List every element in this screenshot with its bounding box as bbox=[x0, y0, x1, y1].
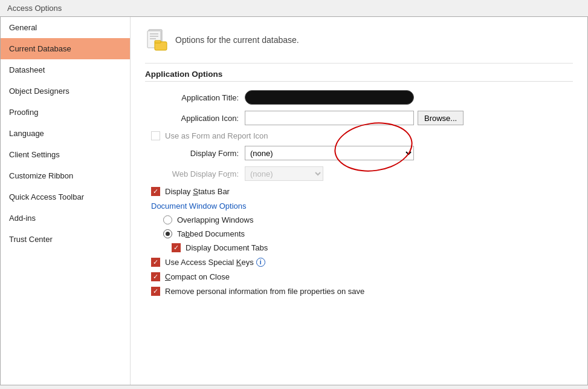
use-as-icon-checkbox[interactable] bbox=[151, 131, 160, 140]
app-icon-input[interactable] bbox=[245, 111, 414, 125]
remove-personal-info-row: Remove personal information from file pr… bbox=[151, 287, 573, 296]
sidebar-item-language[interactable]: Language bbox=[1, 123, 130, 144]
display-doc-tabs-label: Display Document Tabs bbox=[186, 243, 268, 252]
compact-on-close-checkbox[interactable] bbox=[151, 272, 160, 281]
tabbed-documents-radio[interactable] bbox=[163, 229, 172, 238]
sidebar-item-customize-ribbon[interactable]: Customize Ribbon bbox=[1, 165, 130, 186]
app-title-input[interactable] bbox=[245, 90, 414, 105]
sidebar-item-proofing[interactable]: Proofing bbox=[1, 102, 130, 123]
remove-personal-info-checkbox[interactable] bbox=[151, 287, 160, 296]
database-icon bbox=[145, 28, 169, 52]
options-dialog: General Current Database Datasheet Objec… bbox=[0, 16, 588, 385]
app-icon-row: Application Icon: Browse... bbox=[145, 111, 573, 125]
use-access-special-keys-row: Use Access Special Keys i bbox=[151, 258, 573, 267]
display-status-bar-label: Display Status Bar bbox=[165, 187, 230, 196]
section-header: Options for the current database. bbox=[145, 28, 573, 52]
header-divider bbox=[145, 63, 573, 64]
overlapping-windows-row: Overlapping Windows bbox=[163, 215, 573, 224]
svg-rect-3 bbox=[150, 36, 158, 37]
display-form-select[interactable]: (none) bbox=[245, 146, 414, 160]
app-icon-label: Application Icon: bbox=[145, 114, 239, 123]
sidebar: General Current Database Datasheet Objec… bbox=[1, 17, 131, 385]
display-doc-tabs-row: Display Document Tabs bbox=[172, 243, 573, 252]
app-title-label: Application Title: bbox=[145, 93, 239, 102]
sidebar-item-trust-center[interactable]: Trust Center bbox=[1, 229, 130, 250]
compact-on-close-row: Compact on Close bbox=[151, 272, 573, 281]
app-title-row: Application Title: bbox=[145, 90, 573, 105]
svg-rect-6 bbox=[155, 41, 161, 43]
sidebar-item-current-database[interactable]: Current Database bbox=[1, 38, 130, 59]
main-content: Options for the current database. Applic… bbox=[131, 17, 587, 385]
display-doc-tabs-checkbox[interactable] bbox=[172, 243, 181, 252]
web-display-form-label: Web Display Form: bbox=[145, 169, 239, 178]
sidebar-item-general[interactable]: General bbox=[1, 17, 130, 38]
section-description: Options for the current database. bbox=[175, 35, 299, 45]
sidebar-item-add-ins[interactable]: Add-ins bbox=[1, 208, 130, 229]
display-form-row: Display Form: (none) bbox=[145, 146, 573, 160]
sidebar-item-client-settings[interactable]: Client Settings bbox=[1, 144, 130, 165]
display-status-bar-row: Display Status Bar bbox=[151, 187, 573, 196]
display-form-container: (none) bbox=[245, 146, 414, 160]
sidebar-item-datasheet[interactable]: Datasheet bbox=[1, 59, 130, 80]
remove-personal-info-label: Remove personal information from file pr… bbox=[165, 287, 364, 296]
svg-rect-4 bbox=[150, 38, 156, 39]
overlapping-windows-radio[interactable] bbox=[163, 215, 172, 224]
tabbed-documents-label: Tabbed Documents bbox=[177, 229, 245, 238]
display-form-label: Display Form: bbox=[145, 149, 239, 158]
document-window-options-label: Document Window Options bbox=[151, 201, 573, 211]
use-as-icon-label: Use as Form and Report Icon bbox=[165, 131, 268, 140]
svg-rect-2 bbox=[150, 33, 158, 34]
sidebar-item-quick-access-toolbar[interactable]: Quick Access Toolbar bbox=[1, 186, 130, 208]
display-status-bar-checkbox[interactable] bbox=[151, 187, 160, 196]
info-icon: i bbox=[256, 258, 265, 267]
use-access-special-keys-checkbox[interactable] bbox=[151, 258, 160, 267]
overlapping-windows-label: Overlapping Windows bbox=[177, 215, 253, 224]
use-access-special-keys-label: Use Access Special Keys bbox=[165, 258, 254, 267]
tabbed-documents-row: Tabbed Documents bbox=[163, 229, 573, 238]
use-as-icon-row: Use as Form and Report Icon bbox=[151, 131, 573, 140]
access-options-title: Access Options bbox=[7, 4, 62, 13]
web-display-form-row: Web Display Form: (none) bbox=[145, 166, 573, 181]
compact-on-close-label: Compact on Close bbox=[165, 272, 230, 281]
dialog-title: Access Options bbox=[0, 0, 588, 16]
web-display-form-select[interactable]: (none) bbox=[245, 166, 323, 181]
sidebar-item-object-designers[interactable]: Object Designers bbox=[1, 80, 130, 102]
browse-button[interactable]: Browse... bbox=[418, 111, 464, 125]
application-options-title: Application Options bbox=[145, 70, 573, 82]
